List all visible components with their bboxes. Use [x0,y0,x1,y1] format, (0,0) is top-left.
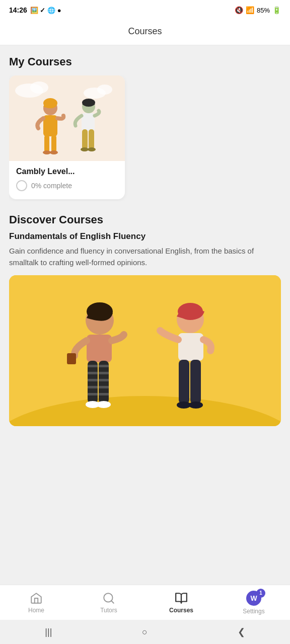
nav-label-courses: Courses [169,607,193,614]
svg-rect-23 [87,335,112,362]
svg-point-11 [50,150,58,154]
svg-rect-35 [99,393,109,395]
app-header: Courses [0,20,290,45]
cambly-illustration [9,75,125,161]
mute-icon: 🔇 [235,6,243,14]
nav-item-tutors[interactable]: Tutors [91,592,126,614]
settings-badge-wrapper: W 1 [246,591,261,606]
progress-circle [16,180,27,191]
my-courses-list: Cambly Level... 0% complete [9,75,281,201]
status-right: 🔇 📶 85% 🔋 [235,6,281,14]
home-button[interactable]: ○ [142,627,148,637]
notification-badge: 1 [256,589,265,598]
svg-rect-26 [88,365,98,367]
discover-card-image[interactable] [9,275,281,426]
svg-rect-9 [51,135,56,152]
svg-rect-42 [179,360,189,404]
nav-label-settings: Settings [243,608,264,615]
course-card-body: Cambly Level... 0% complete [9,161,125,199]
nav-item-home[interactable]: Home [19,592,54,614]
battery-icon: 🔋 [272,6,281,14]
battery-level: 85% [257,7,270,14]
svg-point-38 [97,401,111,408]
svg-rect-7 [43,115,57,136]
fluency-illustration [9,275,281,426]
android-nav-bar: ||| ○ ❮ [0,620,290,644]
svg-rect-31 [99,365,109,367]
status-time: 14:26 🖼️ ✓ 🌐 ● [9,6,61,14]
svg-rect-8 [44,135,49,152]
svg-point-18 [88,147,96,151]
courses-icon [175,592,188,605]
svg-point-44 [177,401,191,409]
svg-rect-29 [88,386,98,388]
nav-label-home: Home [28,607,44,614]
svg-rect-30 [88,393,98,395]
progress-label: 0% complete [31,182,72,190]
svg-rect-34 [99,386,109,388]
svg-rect-32 [99,372,109,374]
svg-point-45 [189,401,203,409]
svg-line-47 [111,601,114,603]
back-button[interactable]: ❮ [238,626,245,637]
course-card-cambly[interactable]: Cambly Level... 0% complete [9,75,125,199]
svg-rect-14 [82,113,95,131]
svg-point-10 [43,150,51,154]
svg-rect-33 [99,379,109,381]
recents-button[interactable]: ||| [45,627,52,637]
svg-rect-27 [88,372,98,374]
main-content: My Courses [0,45,290,476]
svg-point-4 [97,85,112,95]
time-display: 14:26 [9,6,27,14]
featured-course-title: Fundamentals of English Fluency [9,231,281,242]
nav-item-settings[interactable]: W 1 Settings [236,591,271,615]
bottom-nav: Home Tutors Courses W 1 Settings [0,585,290,620]
avatar-letter: W [250,594,257,602]
svg-point-2 [30,82,48,94]
course-card-image [9,75,125,161]
svg-point-17 [81,147,89,151]
page-title: Courses [128,26,162,36]
notification-icons: 🖼️ ✓ 🌐 ● [30,7,61,14]
my-courses-section: My Courses [9,55,281,201]
status-bar: 14:26 🖼️ ✓ 🌐 ● 🔇 📶 85% 🔋 [0,0,290,20]
discover-courses-section: Discover Courses Fundamentals of English… [9,213,281,426]
nav-item-courses[interactable]: Courses [164,592,199,614]
discover-title: Discover Courses [9,213,281,226]
course-name: Cambly Level... [16,167,118,176]
svg-rect-41 [178,333,203,361]
featured-course-description: Gain confidence and fluency in conversat… [9,246,281,268]
course-progress: 0% complete [16,180,118,191]
home-icon [30,592,43,605]
svg-rect-15 [82,129,88,149]
my-courses-title: My Courses [9,55,281,68]
nav-label-tutors: Tutors [100,607,117,614]
tutors-icon [102,592,115,605]
svg-rect-43 [190,360,201,404]
svg-rect-28 [88,379,98,381]
svg-rect-16 [89,129,94,149]
svg-rect-36 [67,353,76,364]
wifi-icon: 📶 [246,6,254,14]
